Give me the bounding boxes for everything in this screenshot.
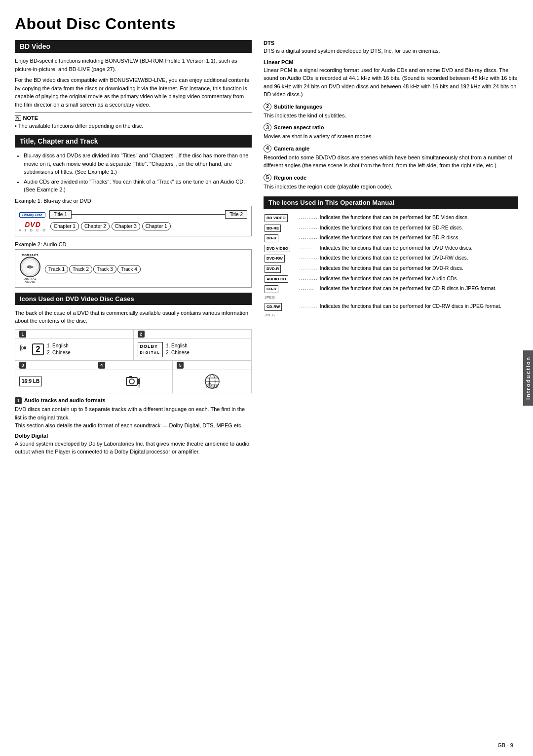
dolby-badge: DOLBYDIGITAL (138, 342, 163, 357)
track2-box: Track 2 (69, 265, 92, 273)
desc-cell: Indicates the functions that can be perf… (319, 253, 518, 264)
table-row: CD-R JPEG ........ Indicates the functio… (264, 284, 518, 302)
dots-cell: ........ (298, 284, 319, 302)
digital-audio-text: DIGITAL AUDIO (19, 277, 41, 283)
linear-pcm-subsection: Linear PCM Linear PCM is a signal record… (264, 59, 518, 99)
bd-re-badge: BD-RE (265, 225, 281, 232)
table-row: AUDIO CD .......... Indicates the functi… (264, 274, 518, 284)
bullet-item-2: Audio CDs are divided into "Tracks". You… (24, 178, 252, 194)
dvd-video-badge: DVD VIDEO (265, 245, 290, 253)
page-title: About Disc Contents (15, 15, 518, 33)
dvd-rw-badge: DVD-RW (265, 255, 285, 263)
chapter1-box: Chapter 1 (50, 222, 79, 230)
cd-rw-badge: CD-RW (265, 303, 282, 311)
compact-text: COMPACT (22, 254, 38, 257)
num1-badge: 1 (19, 331, 26, 338)
item1-body: DVD discs can contain up to 8 separate t… (15, 405, 252, 430)
example2-label: Example 2: Audio CD (15, 241, 252, 247)
badge-cell: DVD-R (264, 264, 298, 274)
disc-text: disc (27, 265, 34, 268)
badge-cell: CD-R JPEG (264, 284, 298, 302)
camera-icon: 2 (125, 375, 141, 388)
dolby-lang-text: 1. English 2. Chinese (166, 342, 190, 356)
table-row: BD VIDEO .......... Indicates the functi… (264, 213, 518, 223)
bluray-dvd-diagram: Blu-ray Disc Title 1 Title 2 DVD V·I·D·E… (15, 206, 252, 236)
subtitle-num: 2 (264, 103, 271, 111)
dots-cell: .......... (298, 264, 319, 274)
camera-num: 4 (264, 145, 271, 152)
dots-cell: .......... (298, 223, 319, 233)
desc-cell: Indicates the functions that can be perf… (319, 213, 518, 223)
svg-rect-6 (129, 376, 132, 378)
right-column: DTS DTS is a digital sound system develo… (264, 40, 518, 459)
note-icon: N (15, 115, 21, 121)
icons-operation-section: The Icons Used in This Operation Manual … (264, 196, 518, 319)
chapter3-box: Chapter 3 (112, 222, 140, 230)
audio-cd-diagram: COMPACT disc DIGITAL AUDIO (15, 249, 252, 288)
icons-dvd-header: Icons Used on DVD Video Disc Cases (15, 293, 252, 305)
dts-body: DTS is a digital sound system developed … (264, 47, 518, 55)
cd-rw-jpeg: JPEG (265, 313, 275, 317)
svg-text:4: 4 (213, 385, 215, 388)
num2-badge: 2 (138, 331, 145, 338)
dots-cell: ....... (298, 243, 319, 254)
num3-badge: 3 (19, 362, 26, 369)
icons-dvd-section: Icons Used on DVD Video Disc Cases The b… (15, 293, 252, 456)
badge-cell: DVD VIDEO (264, 243, 298, 254)
track1-box: Track 1 (45, 265, 68, 273)
subtitle-subsection: 2 Subtitle languages This indicates the … (264, 103, 518, 120)
dvd-case-diagram: 1 2 (15, 329, 252, 393)
num5-badge: 5 (177, 362, 184, 369)
badge-cell: CD-RW JPEG (264, 302, 298, 319)
dvd-r-badge: DVD-R (265, 265, 281, 273)
item1-audio-tracks: 1 Audio tracks and audio formats DVD dis… (15, 397, 252, 456)
bluray-logo: Blu-ray Disc (19, 212, 45, 218)
bd-video-badge: BD VIDEO (265, 214, 288, 222)
icons-operation-header: The Icons Used in This Operation Manual (264, 196, 518, 209)
icons-table: BD VIDEO .......... Indicates the functi… (264, 213, 518, 319)
svg-text:1: 1 (208, 380, 211, 385)
subtitle-title: 2 Subtitle languages (264, 103, 518, 111)
icons-dvd-body: The back of the case of a DVD that is co… (15, 309, 252, 325)
region-num: 5 (264, 174, 271, 182)
track4-box: Track 4 (117, 265, 141, 273)
title-chapter-track-header: Title, Chapter and Track (15, 135, 252, 148)
bd-video-para1: Enjoy BD-specific functions including BO… (15, 57, 252, 73)
title-line (72, 214, 225, 215)
svg-point-4 (129, 379, 134, 384)
cd-r-badge: CD-R (265, 285, 278, 293)
badge-cell: BD-RE (264, 223, 298, 233)
note-text: • The available functions differ dependi… (15, 122, 252, 130)
table-row: DVD-R .......... Indicates the functions… (264, 264, 518, 274)
item1-title: 1 Audio tracks and audio formats (15, 397, 252, 404)
note-box: N NOTE • The available functions differ … (15, 113, 252, 130)
title1-box: Title 1 (49, 210, 72, 219)
bd-video-section: BD Video Enjoy BD-specific functions inc… (15, 40, 252, 130)
desc-cell: Indicates the functions that can be perf… (319, 274, 518, 284)
camera-subsection: 4 Camera angle Recorded onto some BD/DVD… (264, 145, 518, 170)
table-row: BD-R .......... Indicates the functions … (264, 233, 518, 243)
svg-text:6: 6 (216, 385, 218, 388)
number2-big: 2 (32, 343, 44, 355)
dots-cell: .......... (298, 274, 319, 284)
linear-pcm-body: Linear PCM is a signal recording format … (264, 66, 518, 99)
title-chapter-track-list: Blu-ray discs and DVDs are divided into … (15, 151, 252, 194)
svg-text:2: 2 (208, 385, 210, 388)
title2-box: Title 2 (225, 210, 247, 219)
desc-cell: Indicates the functions that can be perf… (319, 284, 518, 302)
dots-cell: .......... (298, 253, 319, 264)
num4-badge: 4 (98, 362, 105, 369)
cd-logo-circle: disc (20, 257, 40, 277)
svg-text:3: 3 (211, 385, 213, 388)
table-row: DVD VIDEO ....... Indicates the function… (264, 243, 518, 254)
note-title: N NOTE (15, 115, 252, 121)
bd-video-para2: For the BD video discs compatible with B… (15, 76, 252, 109)
subtitle-body: This indicates the kind of subtitles. (264, 112, 518, 120)
table-row: CD-RW JPEG .......... Indicates the func… (264, 302, 518, 319)
dots-cell: .......... (298, 213, 319, 223)
region-icon: 1 2 3 4 5 6 (204, 373, 221, 390)
badge-cell: AUDIO CD (264, 274, 298, 284)
aspect-num: 3 (264, 123, 271, 131)
aspect-title: 3 Screen aspect ratio (264, 123, 518, 131)
region-subsection: 5 Region code This indicates the region … (264, 174, 518, 191)
